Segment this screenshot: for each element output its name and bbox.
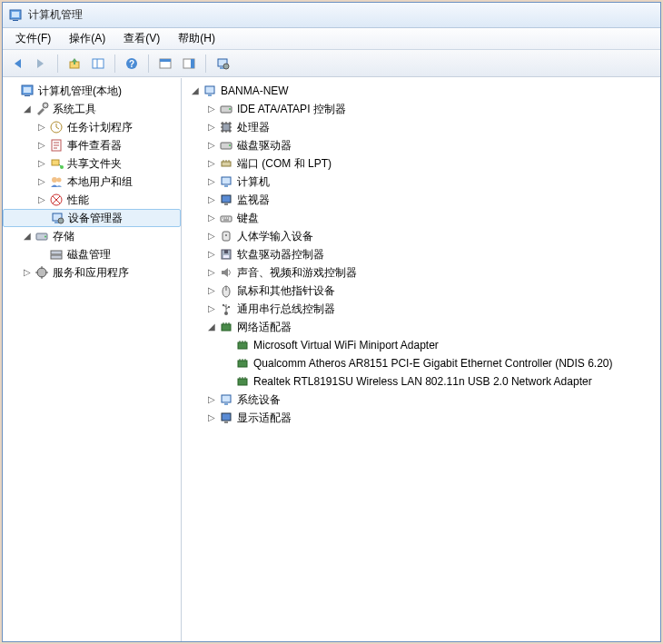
device-usb[interactable]: ▷ 通用串行总线控制器 (182, 300, 660, 318)
device-processors[interactable]: ▷ 处理器 (182, 118, 660, 136)
expander-icon[interactable]: ▷ (205, 302, 218, 315)
device-mice[interactable]: ▷ 鼠标和其他指针设备 (182, 282, 660, 300)
device-label: Qualcomm Atheros AR8151 PCI-E Gigabit Et… (253, 354, 613, 372)
tree-label: 本地用户和组 (67, 173, 133, 191)
computer-icon (219, 392, 233, 407)
tree-services-apps[interactable]: ▷ 服务和应用程序 (3, 263, 181, 282)
tree-local-users[interactable]: ▷ 本地用户和组 (3, 173, 181, 191)
expander-icon[interactable]: ▷ (205, 121, 218, 134)
window-title: 计算机管理 (28, 7, 83, 23)
device-ide[interactable]: ▷ IDE ATA/ATAPI 控制器 (182, 100, 660, 118)
tree-device-manager[interactable]: ▷ 设备管理器 (3, 209, 181, 227)
device-label: 通用串行总线控制器 (237, 300, 335, 318)
device-net-adapter[interactable]: ▷ Microsoft Virtual WiFi Miniport Adapte… (182, 336, 660, 354)
expander-icon[interactable]: ▷ (205, 248, 218, 261)
nav-back-button[interactable] (6, 53, 28, 74)
expander-icon[interactable]: ▷ (205, 193, 218, 206)
titlebar[interactable]: 计算机管理 (3, 3, 660, 28)
users-icon (49, 174, 64, 189)
computer-icon (219, 174, 233, 189)
device-net-adapter[interactable]: ▷ Realtek RTL8191SU Wireless LAN 802.11n… (182, 372, 660, 391)
expander-icon[interactable]: ◢ (205, 321, 218, 333)
device-system[interactable]: ▷ 系统设备 (182, 391, 660, 409)
menu-action[interactable]: 操作(A) (60, 29, 114, 48)
expander-icon[interactable]: ▷ (35, 139, 48, 152)
action-pane-button-2[interactable] (178, 53, 200, 74)
tree-system-tools[interactable]: ◢ 系统工具 (3, 100, 181, 118)
expander-icon[interactable]: ▷ (205, 230, 218, 243)
network-adapter-icon (235, 374, 250, 389)
tree-task-scheduler[interactable]: ▷ 任务计划程序 (3, 118, 181, 136)
tree-label: 设备管理器 (68, 210, 123, 226)
up-level-button[interactable] (64, 53, 85, 74)
usb-icon (219, 302, 233, 316)
tree-label: 存储 (53, 227, 74, 245)
device-disk-drives[interactable]: ▷ 磁盘驱动器 (182, 136, 660, 154)
monitor-icon (219, 411, 233, 425)
device-label: IDE ATA/ATAPI 控制器 (237, 100, 346, 118)
menu-view[interactable]: 查看(V) (114, 29, 169, 48)
menu-file[interactable]: 文件(F) (6, 29, 60, 48)
network-adapter-icon (235, 356, 250, 371)
expander-icon[interactable]: ▷ (205, 103, 218, 115)
device-computer[interactable]: ▷ 计算机 (182, 173, 660, 191)
device-label: 软盘驱动器控制器 (237, 245, 324, 263)
tree-label: 事件查看器 (67, 136, 122, 154)
tree-root[interactable]: ▷ 计算机管理(本地) (3, 82, 181, 100)
device-tree[interactable]: ◢ BANMA-NEW ▷ IDE ATA/ATAPI 控制器 ▷ 处理器 ▷ (182, 78, 660, 641)
expander-icon[interactable]: ◢ (21, 103, 34, 115)
expander-icon[interactable]: ◢ (21, 230, 34, 243)
tree-disk-mgmt[interactable]: ▷ 磁盘管理 (3, 245, 181, 263)
expander-icon[interactable]: ◢ (189, 84, 202, 97)
window: 计算机管理 文件(F) 操作(A) 查看(V) 帮助(H) ▷ 计算机管理(本地… (2, 2, 661, 642)
device-hid[interactable]: ▷ 人体学输入设备 (182, 227, 660, 245)
expander-icon[interactable]: ▷ (35, 193, 48, 206)
device-label: 鼠标和其他指针设备 (237, 282, 335, 300)
device-label: 处理器 (237, 118, 270, 136)
tree-storage[interactable]: ◢ 存储 (3, 227, 181, 245)
expander-icon[interactable]: ▷ (35, 175, 48, 188)
expander-icon[interactable]: ▷ (21, 266, 34, 279)
network-adapter-icon (235, 338, 250, 352)
nav-forward-button[interactable] (30, 53, 52, 74)
expander-icon[interactable]: ▷ (205, 393, 218, 406)
expander-icon[interactable]: ▷ (205, 212, 218, 224)
event-icon (49, 138, 64, 153)
device-display[interactable]: ▷ 显示适配器 (182, 409, 660, 427)
expander-icon[interactable]: ▷ (205, 175, 218, 188)
window-icon (158, 56, 173, 71)
mouse-icon (219, 283, 233, 298)
console-tree[interactable]: ▷ 计算机管理(本地) ◢ 系统工具 ▷ 任务计划程序 ▷ (3, 78, 182, 641)
device-root[interactable]: ◢ BANMA-NEW (182, 82, 660, 100)
action-pane-button-1[interactable] (154, 53, 176, 74)
device-monitors[interactable]: ▷ 监视器 (182, 191, 660, 209)
expander-icon[interactable]: ▷ (205, 139, 218, 152)
ide-icon (219, 102, 233, 116)
help-button[interactable] (121, 53, 143, 74)
device-network[interactable]: ◢ 网络适配器 (182, 318, 660, 336)
show-hide-tree-button[interactable] (87, 53, 109, 74)
device-ports[interactable]: ▷ 端口 (COM 和 LPT) (182, 154, 660, 173)
device-label: 磁盘驱动器 (237, 136, 292, 154)
expander-icon[interactable]: ▷ (35, 157, 48, 170)
tree-performance[interactable]: ▷ 性能 (3, 191, 181, 209)
tree-event-viewer[interactable]: ▷ 事件查看器 (3, 136, 181, 154)
toolbar-separator (205, 54, 206, 73)
device-label: 声音、视频和游戏控制器 (237, 263, 357, 282)
expander-icon[interactable]: ▷ (205, 411, 218, 424)
expander-icon[interactable]: ▷ (205, 284, 218, 297)
tree-label: 系统工具 (53, 100, 96, 118)
menu-help[interactable]: 帮助(H) (169, 29, 224, 48)
device-floppy-ctrl[interactable]: ▷ 软盘驱动器控制器 (182, 245, 660, 263)
expander-icon[interactable]: ▷ (205, 266, 218, 279)
arrow-left-icon (10, 56, 25, 71)
device-label: 键盘 (237, 209, 259, 227)
device-label: 计算机 (237, 173, 270, 191)
expander-icon[interactable]: ▷ (35, 121, 48, 134)
tree-shared-folders[interactable]: ▷ 共享文件夹 (3, 154, 181, 173)
devices-button[interactable] (212, 53, 233, 74)
device-keyboards[interactable]: ▷ 键盘 (182, 209, 660, 227)
device-sound[interactable]: ▷ 声音、视频和游戏控制器 (182, 263, 660, 282)
device-net-adapter[interactable]: ▷ Qualcomm Atheros AR8151 PCI-E Gigabit … (182, 354, 660, 372)
expander-icon[interactable]: ▷ (205, 157, 218, 170)
